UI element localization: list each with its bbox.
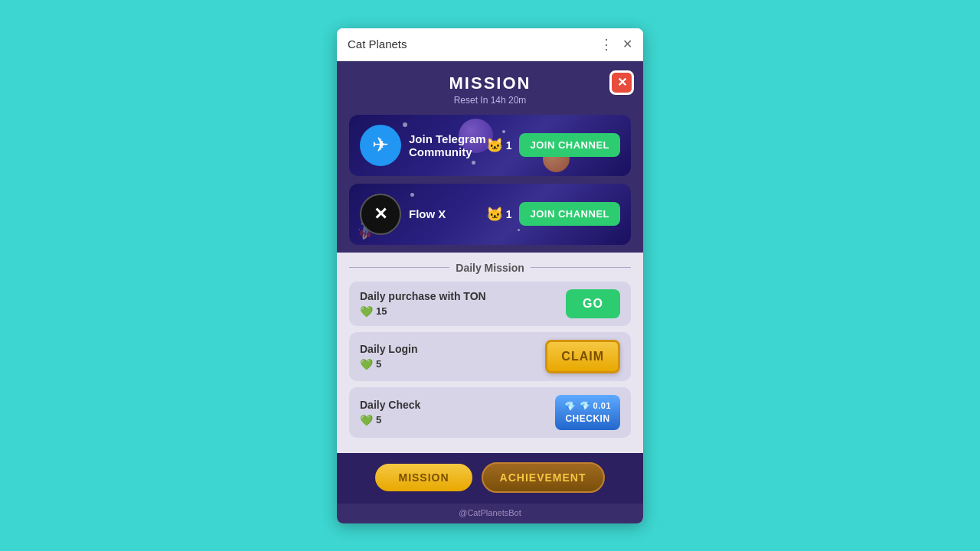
- daily-purchase-info: Daily purchase with TON 💚 15: [360, 290, 486, 318]
- x-reward-num: 1: [506, 208, 512, 220]
- x-reward: 🐱 1: [486, 206, 512, 223]
- title-bar-left: Cat Planets: [348, 37, 407, 51]
- gem-icon-2: 💚: [360, 358, 373, 370]
- gem-icon-1: 💚: [360, 305, 373, 318]
- daily-login-item: Daily Login 💚 5 CLAIM: [349, 332, 631, 381]
- daily-check-name: Daily Check: [360, 399, 420, 411]
- footer-text: @CatPlanetsBot: [459, 508, 521, 517]
- telegram-channel-card: ✈ Join Telegram Community 🐱 1 JOIN CHANN…: [349, 115, 631, 176]
- daily-purchase-item: Daily purchase with TON 💚 15 GO: [349, 282, 631, 326]
- checkin-button[interactable]: 💎 💎 0.01 CHECKIN: [555, 395, 620, 430]
- cat-icon-2: 🐱: [486, 206, 503, 223]
- x-card-content: ✕ Flow X 🐱 1 JOIN CHANNEL: [360, 194, 620, 235]
- daily-check-item: Daily Check 💚 5 💎 💎 0.01 CHECKIN: [349, 387, 631, 438]
- mission-reset-timer: Reset In 14h 20m: [349, 95, 631, 106]
- mission-header: MISSION Reset In 14h 20m ✕: [349, 73, 631, 106]
- mission-title: MISSION: [349, 73, 631, 93]
- daily-missions-section: Daily Mission Daily purchase with TON 💚 …: [337, 253, 643, 453]
- daily-check-info: Daily Check 💚 5: [360, 399, 420, 426]
- achievement-nav-button[interactable]: ACHIEVEMENT: [482, 462, 605, 493]
- daily-login-points: 💚 5: [360, 358, 417, 370]
- title-bar: Cat Planets ⋮ ✕: [337, 28, 643, 61]
- window-close-icon[interactable]: ✕: [622, 37, 632, 51]
- daily-login-info: Daily Login 💚 5: [360, 343, 417, 370]
- telegram-reward-num: 1: [506, 139, 512, 152]
- x-join-button[interactable]: JOIN CHANNEL: [519, 202, 620, 226]
- daily-mission-label: Daily Mission: [349, 262, 631, 274]
- gem-icon-3: 💚: [360, 414, 373, 426]
- divider-left: [349, 267, 449, 268]
- go-button[interactable]: GO: [566, 289, 620, 318]
- title-bar-right: ⋮ ✕: [599, 36, 632, 53]
- divider-right: [531, 267, 631, 268]
- daily-purchase-points: 💚 15: [360, 305, 486, 318]
- app-window: Cat Planets ⋮ ✕ MISSION Reset In 14h 20m…: [337, 28, 643, 523]
- checkin-top-row: 💎 💎 0.01: [564, 401, 611, 412]
- telegram-icon-circle: ✈: [360, 125, 401, 166]
- menu-dots-icon[interactable]: ⋮: [599, 36, 613, 53]
- daily-purchase-name: Daily purchase with TON: [360, 290, 486, 302]
- footer: @CatPlanetsBot: [337, 504, 643, 523]
- telegram-reward: 🐱 1: [486, 137, 512, 154]
- game-area: MISSION Reset In 14h 20m ✕ ✈ Join Telegr…: [337, 61, 643, 253]
- bottom-nav: MISSION ACHIEVEMENT: [337, 453, 643, 504]
- checkin-label: CHECKIN: [564, 413, 611, 424]
- cat-icon: 🐱: [486, 137, 503, 154]
- x-icon-circle: ✕: [360, 194, 401, 235]
- daily-login-name: Daily Login: [360, 343, 417, 355]
- telegram-join-button[interactable]: JOIN CHANNEL: [519, 133, 620, 157]
- x-channel-card: 🚀 ✕ Flow X 🐱 1 JOIN CHANNEL: [349, 184, 631, 245]
- claim-button[interactable]: CLAIM: [545, 340, 620, 373]
- daily-mission-heading: Daily Mission: [456, 262, 524, 274]
- diamond-icon: 💎: [564, 401, 577, 412]
- x-channel-name: Flow X: [409, 207, 486, 220]
- telegram-channel-name: Join Telegram Community: [409, 132, 486, 158]
- mission-nav-button[interactable]: MISSION: [375, 464, 472, 491]
- modal-close-button[interactable]: ✕: [609, 70, 634, 95]
- window-title: Cat Planets: [348, 37, 407, 51]
- telegram-card-content: ✈ Join Telegram Community 🐱 1 JOIN CHANN…: [360, 125, 620, 166]
- daily-check-points: 💚 5: [360, 414, 420, 426]
- checkin-amount: 💎 0.01: [580, 401, 611, 411]
